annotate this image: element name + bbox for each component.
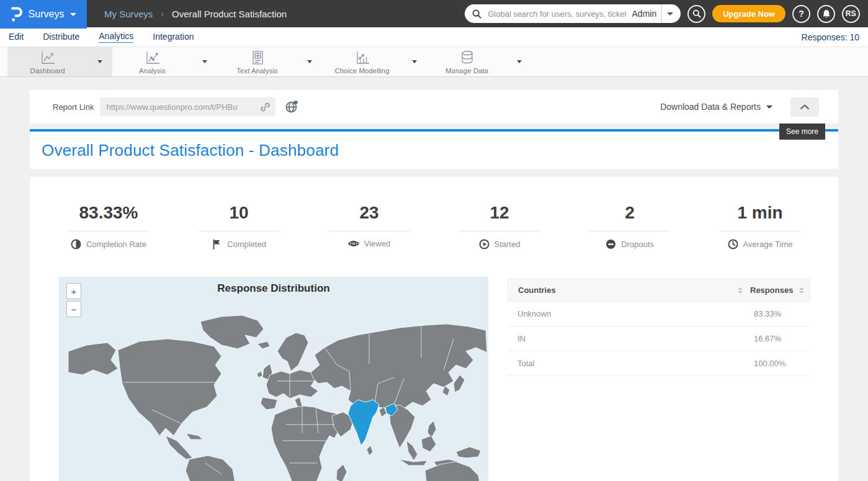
report-link-field[interactable]: https://www.questionpro.com/t/PHBu	[100, 97, 275, 116]
line-chart-icon	[40, 50, 56, 65]
link-icon	[260, 102, 271, 112]
questionpro-p-icon	[11, 6, 22, 22]
text-analysis-menu-caret[interactable]	[297, 47, 322, 76]
minus-circle-icon	[606, 239, 616, 249]
flag-icon	[212, 239, 222, 249]
table-row: IN 16.67%	[508, 326, 810, 351]
map-zoom-controls: + −	[66, 283, 81, 317]
chevron-down-icon	[766, 106, 772, 109]
help-button[interactable]: ?	[792, 5, 810, 23]
collapse-header-button[interactable]	[790, 97, 819, 117]
questionpro-dashboard: { "topbar": { "product": "Surveys", "bre…	[0, 0, 868, 481]
user-avatar[interactable]: RS	[842, 5, 860, 23]
map-country-india	[348, 400, 379, 446]
tab-integration[interactable]: Integration	[153, 32, 194, 43]
page-title: Overall Product Satisfaction - Dashboard	[42, 141, 339, 160]
report-access-settings-button[interactable]	[285, 100, 298, 114]
toolbar-item-analysis[interactable]: Analysis	[112, 47, 217, 76]
stat-viewed: 23 Viewed	[304, 203, 434, 249]
search-icon	[472, 9, 481, 19]
stat-started: 12 Started	[434, 203, 565, 249]
toolbar-item-manage-data[interactable]: Manage Data	[427, 47, 532, 76]
survey-stats-row: 83.33% Completion Rate 10 Completed	[30, 177, 838, 249]
response-distribution-map[interactable]: Response Distribution + −	[59, 277, 488, 481]
divider	[661, 5, 662, 23]
chevron-down-icon	[70, 13, 76, 16]
survey-section-nav: Edit Distribute Analytics Integration Re…	[0, 27, 868, 47]
product-switcher-label: Surveys	[29, 9, 65, 20]
toolbar-item-dashboard[interactable]: Dashboard	[7, 47, 112, 76]
database-icon	[460, 50, 475, 65]
search-input[interactable]	[486, 9, 627, 19]
analysis-menu-caret[interactable]	[192, 47, 217, 76]
dashboard-content: 83.33% Completion Rate 10 Completed	[30, 177, 838, 481]
page-title-panel: Overall Product Satisfaction - Dashboard	[30, 132, 838, 169]
global-search[interactable]: Admin	[465, 4, 681, 23]
globe-lock-icon	[285, 100, 298, 114]
dashboard-menu-caret[interactable]	[87, 47, 112, 76]
bell-icon	[822, 9, 831, 19]
report-link-url[interactable]: https://www.questionpro.com/t/PHBu	[106, 102, 256, 112]
document-grid-icon	[250, 50, 265, 65]
notifications-button[interactable]	[817, 5, 835, 23]
manage-data-menu-caret[interactable]	[507, 47, 532, 76]
map-zoom-out-button[interactable]: −	[66, 301, 81, 317]
stat-dropouts: 2 Dropouts	[565, 203, 695, 249]
see-more-tooltip: See more	[779, 124, 825, 140]
breadcrumb-separator: ›	[161, 9, 164, 19]
clock-icon	[728, 239, 738, 249]
table-row: Unknown 83.33%	[508, 302, 810, 326]
chevron-up-icon	[800, 104, 810, 110]
toolbar-item-choice-modelling[interactable]: Choice Modelling	[322, 47, 427, 76]
topbar-actions: Admin Upgrade Now ? RS	[465, 4, 868, 23]
sort-icon[interactable]	[799, 287, 804, 294]
report-link-label: Report Link	[53, 102, 94, 112]
column-header-responses[interactable]: Responses	[750, 285, 795, 295]
responses-count: Responses: 10	[802, 32, 859, 42]
stat-completed: 10 Completed	[174, 203, 304, 249]
table-header: Countries Responses	[508, 279, 810, 302]
search-scope-selector[interactable]: Admin	[632, 9, 657, 19]
trend-chart-icon	[145, 50, 161, 65]
tab-analytics[interactable]: Analytics	[99, 31, 133, 43]
search-button[interactable]	[687, 5, 705, 23]
column-header-countries[interactable]: Countries	[518, 285, 734, 295]
sort-icon[interactable]	[738, 287, 743, 294]
upgrade-now-button[interactable]: Upgrade Now	[712, 5, 785, 22]
world-map[interactable]	[59, 277, 488, 481]
eye-icon	[348, 239, 359, 248]
map-zoom-in-button[interactable]: +	[66, 283, 81, 299]
chevron-down-icon[interactable]	[667, 12, 673, 16]
download-data-reports-dropdown[interactable]: Download Data & Reports	[660, 102, 772, 112]
breadcrumb: My Surveys › Overall Product Satisfactio…	[104, 9, 287, 19]
tab-distribute[interactable]: Distribute	[43, 32, 79, 43]
play-circle-icon	[479, 239, 490, 249]
countries-responses-table: Countries Responses Unknown 83.33% IN 16…	[508, 279, 810, 481]
top-bar: Surveys My Surveys › Overall Product Sat…	[0, 0, 868, 27]
distribution-section: Response Distribution + −	[30, 277, 838, 481]
report-link-bar: Report Link https://www.questionpro.com/…	[30, 90, 838, 124]
tab-edit[interactable]: Edit	[9, 32, 24, 43]
search-icon	[692, 9, 701, 18]
scatter-chart-icon	[354, 50, 370, 65]
stat-completion-rate: 83.33% Completion Rate	[43, 203, 174, 249]
table-row: Total 100.00%	[508, 351, 810, 376]
analytics-toolbar: Dashboard Analysis Text Analysis Choice …	[0, 47, 868, 77]
stat-average-time: 1 min Average Time	[695, 203, 825, 249]
choice-modelling-menu-caret[interactable]	[402, 47, 427, 76]
contrast-icon	[71, 239, 81, 249]
toolbar-item-text-analysis[interactable]: Text Analysis	[217, 47, 322, 76]
breadcrumb-current-survey: Overall Product Satisfaction	[172, 9, 287, 19]
breadcrumb-my-surveys[interactable]: My Surveys	[104, 9, 153, 19]
app-logo[interactable]: Surveys	[0, 0, 87, 29]
dashboard-page: Report Link https://www.questionpro.com/…	[0, 90, 868, 481]
